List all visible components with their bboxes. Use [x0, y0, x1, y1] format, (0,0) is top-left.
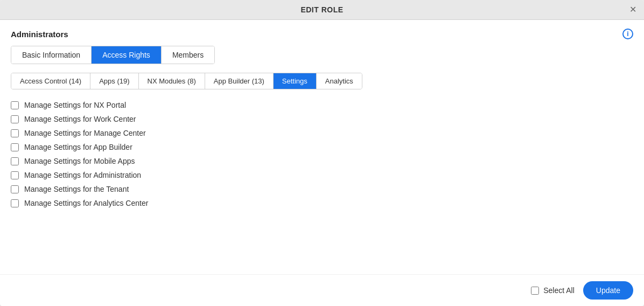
checkbox-label-work-center: Manage Settings for Work Center — [24, 115, 136, 123]
list-item: Manage Settings for Work Center — [11, 112, 633, 126]
top-tabs: Basic Information Access Rights Members — [11, 46, 215, 64]
role-name: Administrators — [11, 30, 68, 39]
checkbox-manage-center[interactable] — [11, 129, 19, 137]
subtab-app-builder[interactable]: App Builder (13) — [205, 73, 274, 89]
modal-title: EDIT ROLE — [300, 5, 343, 14]
sub-tabs: Access Control (14) Apps (19) NX Modules… — [11, 73, 362, 89]
subtab-access-control[interactable]: Access Control (14) — [11, 73, 90, 89]
checkbox-mobile-apps[interactable] — [11, 157, 19, 165]
list-item: Manage Settings for Manage Center — [11, 126, 633, 140]
checkbox-label-app-builder: Manage Settings for App Builder — [24, 143, 132, 151]
checkbox-label-analytics-center: Manage Settings for Analytics Center — [24, 199, 148, 207]
tab-basic-information[interactable]: Basic Information — [11, 46, 92, 64]
select-all-checkbox[interactable] — [531, 287, 539, 295]
subtab-analytics[interactable]: Analytics — [317, 73, 362, 89]
list-item: Manage Settings for NX Portal — [11, 98, 633, 112]
modal-header: EDIT ROLE ✕ — [0, 0, 644, 20]
info-icon[interactable]: i — [622, 29, 633, 39]
checkbox-label-manage-center: Manage Settings for Manage Center — [24, 129, 146, 137]
checkbox-label-tenant: Manage Settings for the Tenant — [24, 185, 129, 193]
list-item: Manage Settings for Mobile Apps — [11, 154, 633, 168]
list-item: Manage Settings for Administration — [11, 168, 633, 182]
list-item: Manage Settings for the Tenant — [11, 182, 633, 196]
checkbox-analytics-center[interactable] — [11, 199, 19, 207]
subtab-apps[interactable]: Apps (19) — [90, 73, 138, 89]
checkbox-list: Manage Settings for NX Portal Manage Set… — [11, 98, 633, 266]
tab-members[interactable]: Members — [162, 46, 214, 64]
role-header: Administrators i — [11, 29, 633, 39]
list-item: Manage Settings for Analytics Center — [11, 196, 633, 210]
checkbox-label-administration: Manage Settings for Administration — [24, 171, 141, 179]
checkbox-tenant[interactable] — [11, 185, 19, 193]
checkbox-administration[interactable] — [11, 171, 19, 179]
update-button[interactable]: Update — [583, 281, 633, 300]
subtab-nx-modules[interactable]: NX Modules (8) — [139, 73, 205, 89]
close-button[interactable]: ✕ — [629, 5, 636, 14]
subtab-settings[interactable]: Settings — [274, 73, 317, 89]
tab-access-rights[interactable]: Access Rights — [92, 46, 162, 64]
checkbox-app-builder[interactable] — [11, 143, 19, 151]
checkbox-label-mobile-apps: Manage Settings for Mobile Apps — [24, 157, 135, 165]
checkbox-label-nx-portal: Manage Settings for NX Portal — [24, 101, 126, 109]
edit-role-modal: EDIT ROLE ✕ Administrators i Basic Infor… — [0, 0, 644, 306]
checkbox-nx-portal[interactable] — [11, 101, 19, 109]
list-item: Manage Settings for App Builder — [11, 140, 633, 154]
select-all-label: Select All — [543, 286, 575, 295]
checkbox-work-center[interactable] — [11, 115, 19, 123]
select-all-area: Select All — [531, 286, 575, 295]
modal-body: Administrators i Basic Information Acces… — [0, 20, 644, 274]
modal-footer: Select All Update — [0, 274, 644, 306]
